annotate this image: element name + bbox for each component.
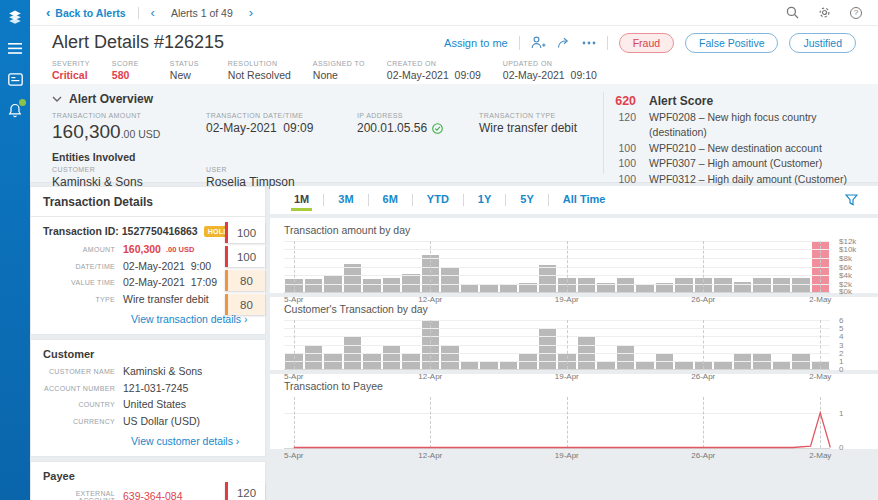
v-gridline xyxy=(567,320,568,369)
bar xyxy=(773,278,791,292)
v-gridline xyxy=(703,320,704,369)
chart-title: Customer's Transaction by day xyxy=(284,303,878,315)
false-positive-button[interactable]: False Positive xyxy=(685,33,778,53)
x-axis-label: 5-Apr xyxy=(284,451,304,460)
topbar-divider xyxy=(138,7,139,19)
notifications-bell-icon[interactable] xyxy=(6,101,24,119)
menu-icon[interactable] xyxy=(6,39,24,57)
h-gridline xyxy=(284,328,830,329)
tab-1m[interactable]: 1M xyxy=(280,186,323,214)
alert-score-row: 100WPF0210 – New destination account xyxy=(604,141,856,157)
h-gridline xyxy=(284,258,830,259)
tab-6m[interactable]: 6M xyxy=(369,186,412,214)
alert-score-total-row: 620 Alert Score xyxy=(604,94,856,110)
bar xyxy=(675,361,693,369)
alert-score-title: Alert Score xyxy=(649,94,713,110)
meta-field: RESOLUTIONNot Resolved xyxy=(228,60,291,81)
filter-funnel-icon[interactable] xyxy=(845,194,858,206)
field-value: Kaminski & Sons xyxy=(123,365,202,377)
bar xyxy=(617,345,635,370)
x-axis-label: 2-May xyxy=(809,295,831,304)
payee-rows: EXTERNAL ACCOUNT639-364-084Upchurch Free… xyxy=(43,487,253,500)
payee-panel-title: Payee xyxy=(43,470,253,482)
field-value: US Dollar (USD) xyxy=(123,415,200,427)
payee-card: Payee EXTERNAL ACCOUNT639-364-084Upchurc… xyxy=(30,461,266,500)
field-row: VALUE TIME02-May-2021 17:09 xyxy=(43,276,253,288)
meta-label: CREATED ON xyxy=(387,60,481,67)
field-row: AMOUNT160,300.00 USD xyxy=(43,243,253,255)
forward-arrow-icon[interactable] xyxy=(557,37,571,49)
meta-value: 580 xyxy=(112,69,148,81)
bar xyxy=(792,278,810,292)
bar xyxy=(500,285,518,292)
transaction-details-card: Transaction Details Transaction ID: 1527… xyxy=(30,186,266,335)
tab-1y[interactable]: 1Y xyxy=(464,186,505,214)
tab-ytd[interactable]: YTD xyxy=(413,186,463,214)
x-axis-label: 2-May xyxy=(809,372,831,381)
transaction-rows: AMOUNT160,300.00 USDDATE/TIME02-May-2021… xyxy=(43,243,253,305)
field-row: DATE/TIME02-May-2021 9:00 xyxy=(43,260,253,272)
tab-3m[interactable]: 3M xyxy=(324,186,367,214)
meta-label: UPDATED ON xyxy=(503,60,597,67)
settings-gear-icon[interactable] xyxy=(818,6,831,19)
main-content: Transaction Details Transaction ID: 1527… xyxy=(30,183,878,500)
charts-column: 1M3M6MYTD1Y5YAll Time Transaction amount… xyxy=(270,186,878,500)
transaction-score-chips: 1001008080 xyxy=(225,222,265,315)
field-value: 639-364-084 xyxy=(123,487,183,500)
field-label: AMOUNT xyxy=(43,243,123,255)
chart-title: Transaction amount by day xyxy=(284,224,878,236)
alert-overview-header[interactable]: Alert Overview xyxy=(52,92,603,106)
bar xyxy=(383,345,401,370)
workspace-card-icon[interactable] xyxy=(6,70,24,88)
alert-header: Alert Details #126215 Assign to me Fraud… xyxy=(30,26,878,84)
field-row: CUSTOMER NAMEKaminski & Sons xyxy=(43,365,253,377)
search-icon[interactable] xyxy=(786,6,799,19)
bar xyxy=(480,361,498,369)
actions-divider xyxy=(519,36,520,50)
customer-rows: CUSTOMER NAMEKaminski & SonsACCOUNT NUMB… xyxy=(43,365,253,427)
view-customer-details-link[interactable]: View customer details › xyxy=(131,433,239,450)
assign-user-icon[interactable] xyxy=(531,36,546,49)
bar xyxy=(773,361,791,369)
justified-button[interactable]: Justified xyxy=(789,33,856,53)
meta-value: 02-May-2021 09:10 xyxy=(503,69,597,81)
chevron-down-icon xyxy=(52,96,62,102)
h-gridline xyxy=(284,284,830,285)
y-axis-label: 0 xyxy=(839,443,843,452)
header-actions: Assign to me Fraud False Positive Justif… xyxy=(444,33,856,53)
tab-5y[interactable]: 5Y xyxy=(506,186,547,214)
more-options-icon[interactable] xyxy=(582,41,596,45)
x-axis-label: 5-Apr xyxy=(284,372,304,381)
field-row: ACCOUNT NUMBER121-031-7245 xyxy=(43,382,253,394)
bar xyxy=(383,278,401,292)
back-to-alerts-link[interactable]: ‹ Back to Alerts xyxy=(46,6,126,19)
entities-involved-title: Entities Involved xyxy=(52,151,603,163)
bar xyxy=(597,361,615,369)
alert-pagination-label: Alerts 1 of 49 xyxy=(171,7,233,19)
transaction-amount-chart: Transaction amount by day $12k$10k$8k$6k… xyxy=(270,218,878,293)
help-icon[interactable]: ? xyxy=(850,7,862,19)
ip-address-value: 200.01.05.56 xyxy=(357,121,453,135)
meta-field: SCORE580 xyxy=(112,60,148,81)
prev-alert-button[interactable]: ‹ xyxy=(151,6,155,19)
fraud-button[interactable]: Fraud xyxy=(619,33,674,53)
field-label: ACCOUNT NUMBER xyxy=(43,382,123,394)
brand-logo-icon[interactable] xyxy=(6,8,24,26)
field-label: DATE/TIME xyxy=(43,260,123,272)
customer-panel-title: Customer xyxy=(43,348,253,360)
chart-plot: 65432105-Apr12-Apr19-Apr26-Apr2-May xyxy=(284,320,830,370)
tab-all-time[interactable]: All Time xyxy=(549,186,620,214)
alert-overview-section: Alert Overview TRANSACTION AMOUNT 160,30… xyxy=(30,84,878,183)
next-alert-button[interactable]: › xyxy=(249,6,253,19)
x-axis-label: 19-Apr xyxy=(555,372,579,381)
assign-to-me-link[interactable]: Assign to me xyxy=(444,37,508,49)
user-label: USER xyxy=(206,166,295,173)
ip-address-label: IP ADDRESS xyxy=(357,112,453,119)
h-gridline xyxy=(284,361,830,362)
transaction-type-value: Wire transfer debit xyxy=(479,121,577,135)
field-value: 02-May-2021 9:00 xyxy=(123,260,211,272)
score-chip: 100 xyxy=(225,246,265,267)
h-gridline xyxy=(284,320,830,321)
transaction-type-label: TRANSACTION TYPE xyxy=(479,112,577,119)
bar xyxy=(480,285,498,292)
